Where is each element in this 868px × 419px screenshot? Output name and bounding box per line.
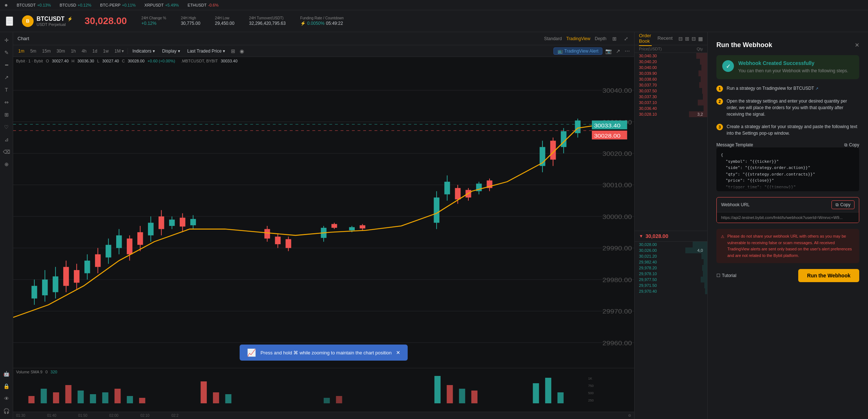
table-row[interactable]: 30,028.00	[635, 242, 707, 247]
sidebar-pencil[interactable]: ✎	[1, 47, 12, 58]
ticker-item-btcusd[interactable]: BTCUSD +0.12%	[60, 3, 91, 7]
webhook-url-copy-btn[interactable]: ⧉ Copy	[831, 200, 854, 209]
stat-value: 30,775.00	[181, 21, 200, 26]
table-row[interactable]: 29,982.40	[635, 259, 707, 265]
ob-icon-1[interactable]: ⊟	[678, 36, 683, 42]
template-icon-btn[interactable]: ◉	[238, 47, 245, 55]
settings-icon-btn[interactable]: ⊞	[229, 47, 237, 55]
table-row[interactable]: 29,970.40	[635, 288, 707, 294]
table-row[interactable]: 30,038.60	[635, 76, 707, 82]
table-row[interactable]: 30,021.20	[635, 253, 707, 259]
ohlc-h: 30036.30	[77, 59, 94, 63]
ob-tab-orderbook[interactable]: Order Book	[639, 32, 652, 46]
ohlc-o-label: O	[46, 59, 49, 63]
tf-1h[interactable]: 1h	[69, 48, 78, 54]
sidebar-lock[interactable]: 🔒	[1, 381, 12, 391]
funding-countdown: 05:49:22	[326, 21, 343, 26]
table-row[interactable]: 29,977.50	[635, 277, 707, 282]
time-01-30: 01:30	[16, 414, 25, 418]
tf-1m[interactable]: 1m	[16, 48, 27, 54]
tv-alert-label: TradingView Alert	[564, 49, 598, 54]
lightning-icon: ⚡	[67, 16, 73, 22]
table-row[interactable]: 29,971.50	[635, 282, 707, 288]
chart-container: Chart Standard TradingView Depth ⊞ ⤢ 1m …	[13, 32, 634, 419]
svg-rect-19	[31, 286, 37, 299]
grid-icon-btn[interactable]: ⊞	[611, 35, 618, 42]
ob-icon-4[interactable]: ▦	[698, 36, 703, 42]
table-row[interactable]: 30,036.40	[635, 105, 707, 111]
sidebar-text[interactable]: T	[1, 85, 12, 95]
tf-4h[interactable]: 4h	[79, 48, 88, 54]
indicators-btn[interactable]: Indicators ▾	[129, 48, 157, 54]
sidebar-ruler[interactable]: ⊿	[1, 134, 12, 145]
ob-icon-2[interactable]: ⊞	[685, 36, 689, 42]
table-row[interactable]: 30,037.50	[635, 88, 707, 94]
svg-rect-27	[74, 270, 79, 283]
more-icon-btn[interactable]: ⋯	[623, 47, 631, 55]
fullscreen-btn[interactable]: ⤢	[623, 35, 630, 42]
table-row[interactable]: 29,978.20	[635, 265, 707, 271]
ob-icon-3[interactable]: ⊟	[692, 36, 696, 42]
share-icon-btn[interactable]: ↗	[614, 47, 622, 55]
sidebar-crosshair[interactable]: ✛	[1, 35, 12, 45]
table-row[interactable]: 30,040.30	[635, 53, 707, 59]
ticker-change: +0.11%	[122, 3, 136, 7]
svg-rect-61	[349, 227, 355, 230]
toast-close-btn[interactable]: ✕	[396, 350, 400, 355]
tf-1d[interactable]: 1d	[90, 48, 99, 54]
ticker-change: +0.13%	[37, 3, 51, 7]
standard-view-btn[interactable]: Standard	[544, 36, 562, 41]
ticker-item-xrpusdt[interactable]: XRPUSDT +5.49%	[144, 3, 179, 7]
sidebar-heart[interactable]: ♡	[1, 122, 12, 132]
sidebar-zoom[interactable]: ⊕	[1, 159, 12, 169]
ohlc-source: Bybit · 1 · Bybit	[16, 59, 43, 63]
table-row[interactable]: 30,028.10 3,2	[635, 111, 707, 117]
tradingview-btn[interactable]: TradingView	[566, 36, 590, 41]
table-row[interactable]: 30,040.20	[635, 59, 707, 65]
run-webhook-btn[interactable]: Run the Webhook	[798, 269, 859, 282]
tf-1M[interactable]: 1M ▾	[112, 48, 126, 54]
ticker-item-ethusdt[interactable]: ETHUSDT -0.6%	[188, 3, 219, 7]
ticker-item-btcusdt[interactable]: BTCUSDT +0.13%	[17, 3, 51, 7]
tutorial-link[interactable]: ☐ Tutorial	[716, 273, 736, 278]
settings-gear[interactable]: ⚙	[628, 414, 631, 418]
ticker-item-btcperp[interactable]: BTC-PERP +0.11%	[100, 3, 136, 7]
tf-1w[interactable]: 1w	[101, 48, 111, 54]
table-row[interactable]: 30,037.70	[635, 82, 707, 88]
sidebar-headphones[interactable]: 🎧	[1, 406, 12, 416]
ohlc-bar: Bybit · 1 · Bybit O30027.40 H30036.30 L3…	[13, 57, 634, 65]
table-row[interactable]: 30,039.90	[635, 70, 707, 76]
display-btn[interactable]: Display ▾	[159, 48, 183, 54]
webhook-close-btn[interactable]: ×	[855, 41, 859, 49]
tf-30m[interactable]: 30m	[54, 48, 67, 54]
ob-bid-rows: 30,028.00 30,026.00 4,0 30,021.20 29,982…	[635, 242, 707, 419]
hamburger-menu[interactable]: ☰	[6, 16, 13, 26]
symbol-info: B BTCUSDT ⚡ USDT Perpetual	[22, 15, 73, 27]
depth-view-btn[interactable]: Depth	[595, 36, 606, 41]
webhook-title: Run the Webhook	[716, 41, 772, 49]
table-row[interactable]: 29,978.10	[635, 271, 707, 277]
sidebar-arrow[interactable]: ↗	[1, 72, 12, 82]
last-traded-btn[interactable]: Last Traded Price ▾	[184, 48, 228, 54]
table-row[interactable]: 30,037.30	[635, 94, 707, 100]
msg-template-copy-btn[interactable]: ⧉ Copy	[844, 142, 859, 147]
sidebar-eraser[interactable]: ⌫	[1, 147, 12, 157]
tv-alert-btn[interactable]: 📺 TradingView Alert	[553, 47, 602, 55]
tf-5m[interactable]: 5m	[28, 48, 39, 54]
svg-text:30020.00: 30020.00	[602, 150, 632, 157]
ob-tab-recent[interactable]: Recent	[658, 34, 673, 43]
sidebar-measure[interactable]: ⇔	[1, 97, 12, 107]
svg-rect-94	[77, 391, 84, 403]
sidebar-bot[interactable]: 🤖	[1, 369, 12, 379]
camera-icon-btn[interactable]: 📷	[604, 47, 613, 55]
sidebar-pattern[interactable]: ⊞	[1, 109, 12, 120]
webhook-url-label: Webhook URL	[721, 202, 750, 207]
sidebar-line[interactable]: ━	[1, 60, 12, 70]
table-row[interactable]: 30,037.10	[635, 100, 707, 105]
table-row[interactable]: 30,040.00	[635, 65, 707, 70]
sidebar-eye[interactable]: 👁	[1, 393, 12, 404]
table-row[interactable]: 30,026.00 4,0	[635, 247, 707, 253]
svg-text:29990.00: 29990.00	[602, 245, 632, 252]
chart-canvas[interactable]: 30040.00 30030.00 30020.00 30010.00 3000…	[13, 65, 634, 368]
tf-15m[interactable]: 15m	[40, 48, 53, 54]
